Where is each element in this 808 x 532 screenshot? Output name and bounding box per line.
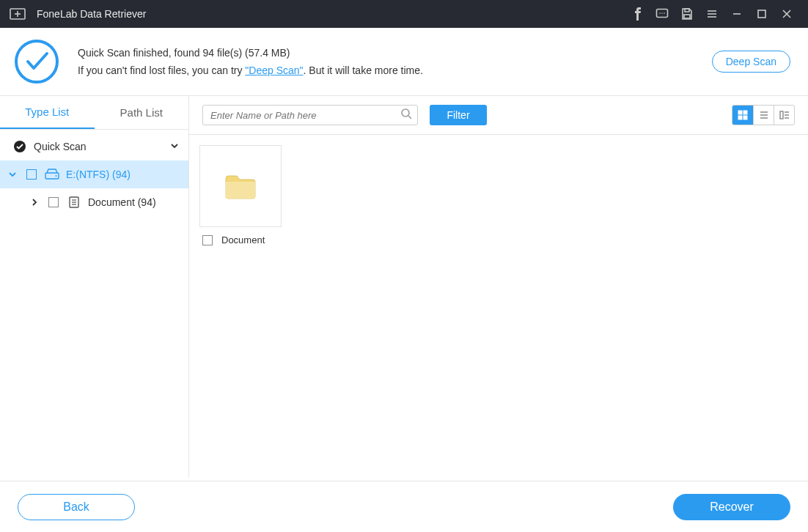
folder-checkbox[interactable] xyxy=(202,235,213,245)
svg-point-6 xyxy=(664,12,665,14)
tree-label: Document (94) xyxy=(88,196,156,208)
search-box xyxy=(202,105,418,125)
scan-complete-check-icon xyxy=(13,38,60,85)
deep-scan-button[interactable]: Deep Scan xyxy=(712,51,790,73)
app-title: FoneLab Data Retriever xyxy=(37,8,146,20)
main-panel: Filter xyxy=(189,96,808,477)
folder-item[interactable]: Document xyxy=(199,145,284,245)
view-switch xyxy=(732,105,795,125)
tree-drive[interactable]: E:(NTFS) (94) xyxy=(0,160,188,188)
sidebar-tabs: Type List Path List xyxy=(0,96,188,130)
folder-icon xyxy=(224,171,257,201)
svg-point-4 xyxy=(659,12,661,14)
svg-line-25 xyxy=(408,116,411,119)
scan-status-text: Quick Scan finished, found 94 file(s) (5… xyxy=(78,47,712,59)
svg-rect-26 xyxy=(738,111,742,114)
facebook-icon[interactable] xyxy=(625,0,650,28)
scan-hint-text: If you can't find lost files, you can tr… xyxy=(78,64,712,76)
tree: Quick Scan E:(NTFS) (94) xyxy=(0,130,188,216)
svg-rect-29 xyxy=(743,116,747,119)
svg-rect-7 xyxy=(685,9,689,12)
tree-quick-scan[interactable]: Quick Scan xyxy=(0,133,188,160)
results-grid: Document xyxy=(189,135,808,477)
svg-point-19 xyxy=(56,175,57,177)
deep-scan-link[interactable]: "Deep Scan" xyxy=(245,64,303,76)
check-circle-icon xyxy=(12,140,28,153)
svg-point-5 xyxy=(661,12,663,14)
chevron-down-icon[interactable] xyxy=(169,141,180,153)
recover-button[interactable]: Recover xyxy=(673,494,790,520)
tree-label: Quick Scan xyxy=(34,141,87,152)
content-area: Type List Path List Quick Scan xyxy=(0,96,808,477)
tab-path-list[interactable]: Path List xyxy=(95,96,189,129)
svg-rect-8 xyxy=(684,15,690,18)
save-icon[interactable] xyxy=(675,0,699,28)
filter-button[interactable]: Filter xyxy=(430,105,487,125)
svg-point-16 xyxy=(16,41,57,82)
view-grid-button[interactable] xyxy=(732,106,753,125)
drive-icon xyxy=(44,169,60,180)
close-icon[interactable] xyxy=(774,0,799,28)
menu-icon[interactable] xyxy=(699,0,724,28)
folder-label: Document xyxy=(221,234,265,245)
svg-rect-13 xyxy=(758,10,765,18)
drive-checkbox[interactable] xyxy=(26,169,37,180)
document-icon xyxy=(66,196,82,209)
sidebar: Type List Path List Quick Scan xyxy=(0,96,189,477)
tab-type-list[interactable]: Type List xyxy=(0,96,95,129)
search-input[interactable] xyxy=(202,105,418,125)
svg-rect-33 xyxy=(780,111,783,119)
toolbar: Filter xyxy=(189,96,808,135)
chevron-right-icon[interactable] xyxy=(28,197,41,207)
svg-rect-28 xyxy=(738,116,742,119)
document-checkbox[interactable] xyxy=(48,197,59,207)
svg-point-24 xyxy=(402,109,409,117)
view-list-button[interactable] xyxy=(753,106,774,125)
tree-label: E:(NTFS) (94) xyxy=(66,169,131,180)
title-bar: FoneLab Data Retriever xyxy=(0,0,808,28)
view-detail-button[interactable] xyxy=(774,106,794,125)
back-button[interactable]: Back xyxy=(18,494,135,520)
feedback-icon[interactable] xyxy=(650,0,675,28)
tree-document[interactable]: Document (94) xyxy=(0,188,188,216)
minimize-icon[interactable] xyxy=(724,0,749,28)
scan-status-panel: Quick Scan finished, found 94 file(s) (5… xyxy=(0,28,808,96)
svg-rect-27 xyxy=(743,111,747,114)
chevron-down-icon[interactable] xyxy=(6,169,19,180)
app-logo-icon xyxy=(9,6,26,22)
search-icon[interactable] xyxy=(400,108,412,122)
folder-thumbnail xyxy=(199,145,282,227)
footer: Back Recover xyxy=(0,481,808,532)
maximize-icon[interactable] xyxy=(749,0,774,28)
